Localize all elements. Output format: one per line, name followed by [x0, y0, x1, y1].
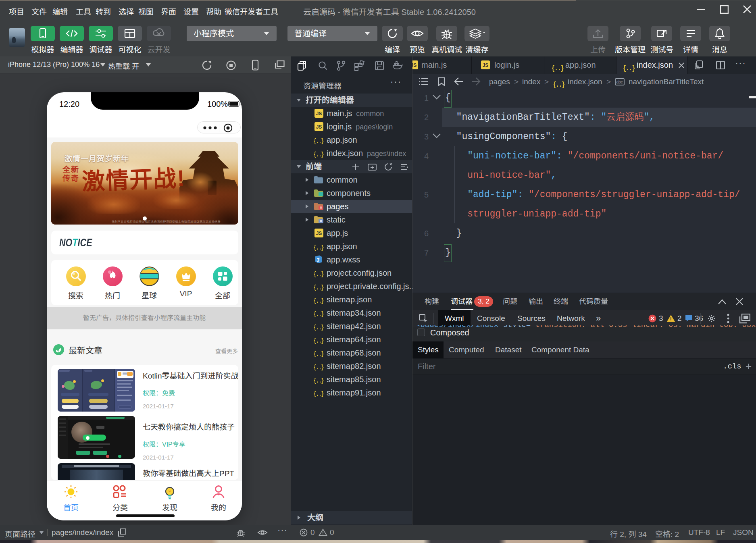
svg-text:3: 3 — [317, 257, 320, 263]
svg-text:abc: abc — [616, 80, 623, 84]
